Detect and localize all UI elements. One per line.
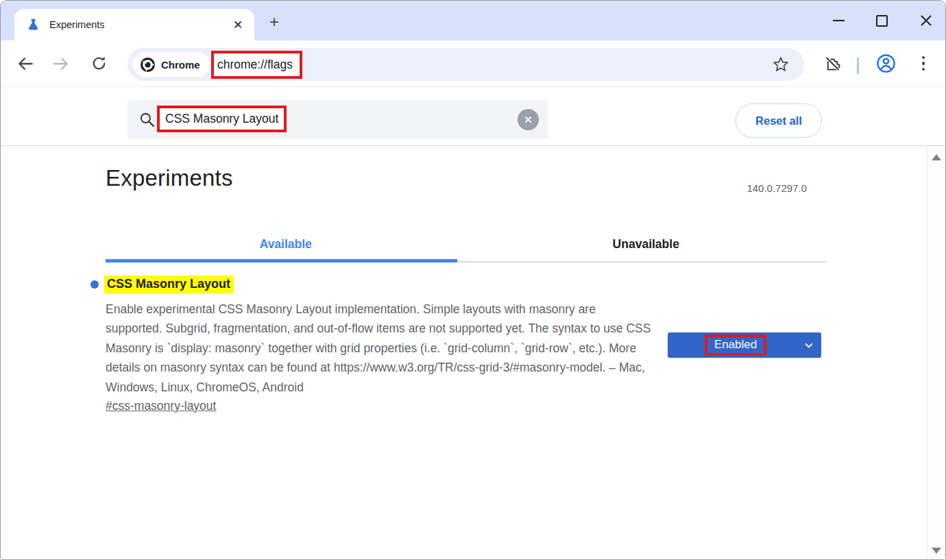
flags-tabs: Available Unavailable bbox=[106, 228, 826, 260]
flags-search-box[interactable]: CSS Masonry Layout ✕ bbox=[128, 100, 548, 138]
experiment-name-highlighted: CSS Masonry Layout bbox=[104, 276, 234, 293]
minimize-button[interactable] bbox=[833, 20, 845, 21]
tab-unavailable[interactable]: Unavailable bbox=[466, 228, 827, 260]
reload-button[interactable] bbox=[87, 40, 110, 86]
experiment-select-dropdown[interactable]: Enabled bbox=[668, 332, 821, 358]
reload-icon bbox=[90, 55, 108, 72]
tab-strip: Experiments ✕ + bbox=[1, 1, 945, 40]
scroll-up-arrow-icon[interactable] bbox=[932, 154, 941, 160]
flags-page-content: Experiments 140.0.7297.0 Available Unava… bbox=[1, 146, 945, 560]
close-window-button[interactable] bbox=[919, 14, 933, 27]
profile-button[interactable] bbox=[874, 40, 897, 86]
new-tab-button[interactable]: + bbox=[264, 12, 284, 32]
extension-off-icon bbox=[823, 54, 842, 73]
search-input-value[interactable]: CSS Masonry Layout bbox=[165, 112, 278, 126]
tab-available[interactable]: Available bbox=[106, 228, 466, 260]
experiment-bullet-dot bbox=[90, 280, 99, 289]
chevron-down-icon bbox=[803, 340, 814, 351]
forward-button[interactable] bbox=[49, 40, 73, 86]
address-bar[interactable]: Chrome chrome://flags bbox=[128, 48, 804, 81]
active-tab-indicator bbox=[106, 259, 457, 263]
select-value-annotation-box: Enabled bbox=[705, 334, 766, 356]
chrome-chip[interactable]: Chrome bbox=[133, 52, 210, 77]
maximize-button[interactable] bbox=[876, 15, 888, 27]
version-number: 140.0.7297.0 bbox=[747, 182, 807, 194]
inactive-tab-line bbox=[457, 261, 826, 263]
window-controls bbox=[833, 1, 933, 40]
back-button[interactable] bbox=[14, 40, 37, 86]
browser-tab-experiments[interactable]: Experiments ✕ bbox=[14, 9, 254, 40]
back-arrow-icon bbox=[16, 55, 34, 73]
close-tab-icon[interactable]: ✕ bbox=[230, 16, 246, 33]
browser-menu-button[interactable] bbox=[912, 40, 935, 86]
search-icon bbox=[138, 111, 156, 128]
tabs-underline bbox=[106, 259, 826, 263]
chrome-chip-label: Chrome bbox=[161, 59, 200, 71]
scroll-down-arrow-icon[interactable] bbox=[932, 548, 941, 554]
bookmark-star-icon[interactable] bbox=[773, 56, 789, 73]
forward-arrow-icon bbox=[52, 55, 70, 73]
clear-search-button[interactable]: ✕ bbox=[518, 109, 539, 130]
extensions-disabled-button[interactable] bbox=[821, 40, 844, 86]
flags-search-header: CSS Masonry Layout ✕ Reset all bbox=[1, 87, 945, 146]
flask-icon bbox=[26, 17, 41, 32]
search-annotation-box: CSS Masonry Layout bbox=[157, 106, 287, 132]
toolbar-divider bbox=[857, 57, 859, 74]
chrome-logo-icon bbox=[140, 57, 156, 73]
url-annotation-box: chrome://flags bbox=[211, 51, 302, 79]
browser-window: Experiments ✕ + bbox=[0, 0, 946, 560]
three-dot-menu-icon bbox=[922, 56, 925, 71]
browser-toolbar: Chrome chrome://flags bbox=[1, 40, 945, 87]
url-text[interactable]: chrome://flags bbox=[217, 58, 293, 72]
tab-title: Experiments bbox=[49, 19, 105, 30]
reset-all-button[interactable]: Reset all bbox=[736, 104, 822, 138]
page-title: Experiments bbox=[106, 165, 233, 191]
page-scrollbar[interactable] bbox=[927, 146, 945, 560]
profile-avatar-icon bbox=[876, 53, 896, 73]
experiment-permalink[interactable]: #css-masonry-layout bbox=[106, 399, 216, 413]
experiment-description: Enable experimental CSS Masonry Layout i… bbox=[106, 300, 654, 397]
